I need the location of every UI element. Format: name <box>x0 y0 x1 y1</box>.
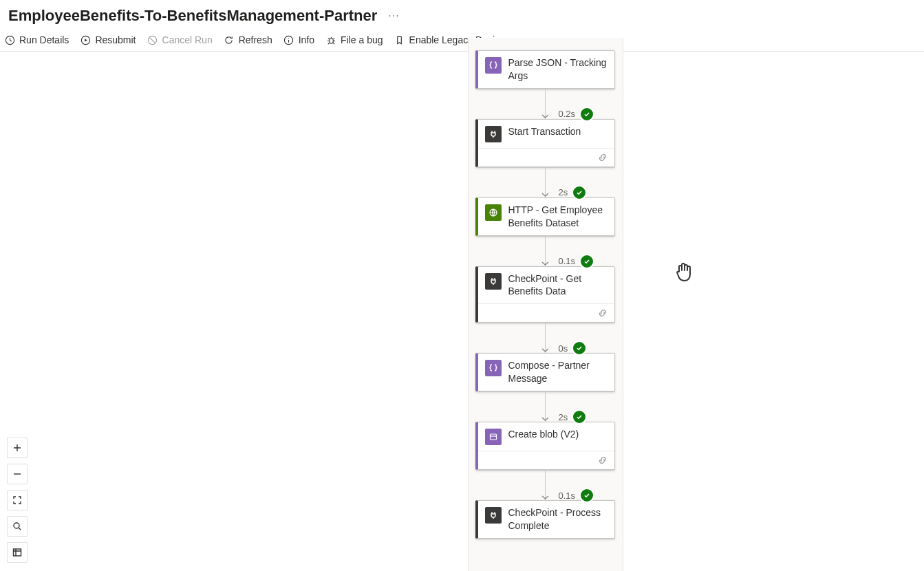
storage-icon <box>485 429 502 445</box>
duration-text: 0.1s <box>559 256 576 266</box>
toolbar-label: File a bug <box>341 34 383 45</box>
refresh-button[interactable]: Refresh <box>224 34 272 45</box>
pan-cursor-icon <box>671 258 698 286</box>
braces-icon <box>485 360 502 376</box>
duration-text: 0.1s <box>559 491 576 501</box>
duration-text: 2s <box>559 412 568 422</box>
run-details-button[interactable]: Run Details <box>4 34 69 45</box>
arrow-down-icon <box>541 191 549 198</box>
connector: 2s <box>545 391 546 422</box>
node-title: CheckPoint - Get Benefits Data <box>508 272 608 299</box>
toolbar-label: Refresh <box>239 34 272 45</box>
svg-rect-7 <box>490 434 496 440</box>
zoom-controls <box>7 438 28 563</box>
search-button[interactable] <box>7 516 28 537</box>
node-footer <box>478 451 614 469</box>
node-title: Create blob (V2) <box>508 428 579 441</box>
svg-point-8 <box>14 523 19 528</box>
node-checkpoint-complete[interactable]: CheckPoint - Process Complete <box>475 500 615 539</box>
node-parse-json[interactable]: Parse JSON - Tracking Args <box>475 50 615 89</box>
node-http-get[interactable]: HTTP - Get Employee Benefits Dataset <box>475 197 615 236</box>
timing-badge: 0s <box>557 341 589 356</box>
page-title: EmployeeBenefits-To-BenefitsManagement-P… <box>8 7 377 25</box>
node-title: HTTP - Get Employee Benefits Dataset <box>508 204 608 230</box>
clock-icon <box>4 34 15 45</box>
designer-canvas[interactable]: Parse JSON - Tracking Args 0.2s Start Tr… <box>0 65 924 571</box>
node-compose[interactable]: Compose - Partner Message <box>475 353 615 391</box>
connector: 0s <box>545 323 546 353</box>
svg-rect-9 <box>14 549 21 556</box>
info-icon <box>283 34 294 45</box>
arrow-down-icon <box>541 259 549 267</box>
link-icon <box>598 153 608 162</box>
globe-icon <box>485 204 502 221</box>
svg-point-4 <box>288 38 289 39</box>
cancel-icon <box>147 34 158 45</box>
node-title: Compose - Partner Message <box>508 359 608 385</box>
refresh-icon <box>224 34 235 45</box>
node-title: Start Transaction <box>508 125 581 138</box>
success-icon <box>579 254 594 269</box>
toolbar-label: Run Details <box>19 34 69 45</box>
timing-badge: 0.1s <box>557 254 597 269</box>
arrow-down-icon <box>541 493 549 501</box>
braces-icon <box>485 57 502 74</box>
success-icon <box>579 488 594 503</box>
connector: 0.1s <box>545 470 546 500</box>
zoom-out-button[interactable] <box>7 464 28 484</box>
plug-icon <box>485 507 502 524</box>
success-icon <box>572 409 587 424</box>
node-footer <box>478 303 614 322</box>
toolbar: Run Details Resubmit Cancel Run Refresh <box>0 29 924 52</box>
toolbar-label: Info <box>299 34 314 45</box>
arrow-down-icon <box>541 112 549 120</box>
connector: 0.1s <box>545 236 546 266</box>
bug-icon <box>325 34 336 45</box>
timing-badge: 2s <box>557 185 589 200</box>
timing-badge: 2s <box>557 409 589 424</box>
node-title: CheckPoint - Process Complete <box>508 506 608 532</box>
connector: 0.2s <box>545 89 546 119</box>
bookmark-icon <box>394 34 405 45</box>
arrow-down-icon <box>541 415 549 422</box>
replay-icon <box>80 34 91 45</box>
duration-text: 0.2s <box>559 109 576 119</box>
arrow-down-icon <box>541 346 549 354</box>
success-icon <box>572 341 587 356</box>
link-icon <box>598 308 608 318</box>
svg-point-5 <box>329 38 333 43</box>
success-icon <box>572 185 587 200</box>
success-icon <box>579 107 594 122</box>
timing-badge: 0.2s <box>557 107 597 122</box>
info-button[interactable]: Info <box>283 34 314 45</box>
minimap-button[interactable] <box>7 542 28 563</box>
cancel-run-button: Cancel Run <box>147 34 213 45</box>
toolbar-label: Resubmit <box>95 34 136 45</box>
connector: 2s <box>545 167 546 197</box>
link-icon <box>598 455 608 465</box>
workflow: Parse JSON - Tracking Args 0.2s Start Tr… <box>476 58 614 539</box>
node-create-blob[interactable]: Create blob (V2) <box>475 422 615 470</box>
timing-badge: 0.1s <box>557 488 597 503</box>
node-title: Parse JSON - Tracking Args <box>508 56 608 83</box>
toolbar-label: Cancel Run <box>162 34 213 45</box>
plug-icon <box>485 273 502 290</box>
zoom-in-button[interactable] <box>7 438 28 458</box>
duration-text: 0s <box>559 343 568 354</box>
resubmit-button[interactable]: Resubmit <box>80 34 136 45</box>
duration-text: 2s <box>559 187 568 197</box>
fit-screen-button[interactable] <box>7 490 28 510</box>
node-start-transaction[interactable]: Start Transaction <box>475 119 615 167</box>
node-checkpoint-get[interactable]: CheckPoint - Get Benefits Data <box>475 266 615 323</box>
plug-icon <box>485 126 502 142</box>
node-footer <box>478 148 614 166</box>
title-more-icon[interactable]: ··· <box>388 10 399 22</box>
title-bar: EmployeeBenefits-To-BenefitsManagement-P… <box>0 0 924 29</box>
file-bug-button[interactable]: File a bug <box>325 34 383 45</box>
